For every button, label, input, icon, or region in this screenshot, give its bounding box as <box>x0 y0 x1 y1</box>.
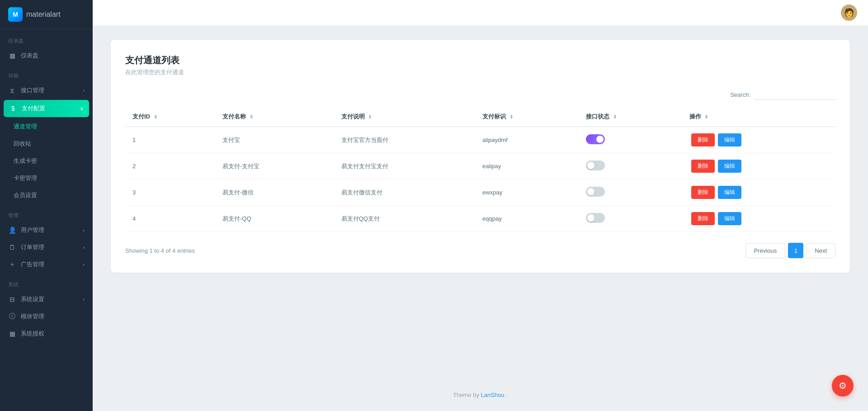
sidebar-item-label: 接口管理 <box>21 86 44 94</box>
col-status: 接口状态 ⇕ <box>579 107 682 127</box>
cell-name: 支付宝 <box>215 127 334 153</box>
edit-button[interactable]: 编辑 <box>718 133 741 146</box>
sidebar-item-sysset[interactable]: ⊟ 系统设置 › <box>0 291 93 308</box>
col-id: 支付ID ⇕ <box>125 107 215 127</box>
sidebar-item-label: 回收站 <box>14 140 31 148</box>
sort-icon: ⇕ <box>250 114 253 119</box>
sidebar-item-recycle[interactable]: 回收站 <box>0 135 93 152</box>
sidebar-item-ads[interactable]: ＋ 广告管理 › <box>0 256 93 273</box>
topbar: 🧑 <box>93 0 868 25</box>
ads-icon: ＋ <box>8 260 16 269</box>
sidebar-item-label: 生成卡密 <box>14 157 37 165</box>
page-card: 支付通道列表 在此管理您的支付通道 Search: 支付ID ⇕ 支付名称 <box>111 40 850 273</box>
cell-name: 易支付-微信 <box>215 180 334 206</box>
payment-table: 支付ID ⇕ 支付名称 ⇕ 支付说明 ⇕ 支付标识 <box>125 107 835 232</box>
sidebar-item-channel[interactable]: 通道管理 <box>0 118 93 135</box>
cell-status <box>579 153 682 180</box>
sidebar-item-orders[interactable]: 🗒 订单管理 › <box>0 239 93 256</box>
users-icon: 👤 <box>8 226 16 234</box>
delete-button[interactable]: 删除 <box>691 160 715 173</box>
next-button[interactable]: Next <box>806 243 835 258</box>
orders-icon: 🗒 <box>8 243 16 251</box>
pagination-page-1[interactable]: 1 <box>788 243 803 258</box>
chevron-right-icon: › <box>83 88 85 93</box>
sidebar-item-label: 卡密管理 <box>14 174 37 182</box>
toggle-switch[interactable] <box>586 213 605 223</box>
cell-desc: 易支付支付宝支付 <box>334 153 475 180</box>
table-header-row: 支付ID ⇕ 支付名称 ⇕ 支付说明 ⇕ 支付标识 <box>125 107 835 127</box>
sidebar-item-label: 仪表盘 <box>21 52 38 60</box>
table-row: 2 易支付-支付宝 易支付支付宝支付 ealipay 删除 编辑 <box>125 153 835 180</box>
modules-icon: ⓘ <box>8 312 16 321</box>
sidebar-item-cardmgr[interactable]: 卡密管理 <box>0 170 93 187</box>
edit-button[interactable]: 编辑 <box>718 160 741 173</box>
sidebar-item-label: 通道管理 <box>14 123 37 131</box>
sidebar-item-modules[interactable]: ⓘ 模块管理 <box>0 308 93 325</box>
page-subtitle: 在此管理您的支付通道 <box>125 68 835 76</box>
previous-button[interactable]: Previous <box>745 243 786 258</box>
sidebar-item-sysauth[interactable]: ▦ 系统授权 <box>0 325 93 342</box>
chevron-down-icon: ∨ <box>80 106 84 112</box>
sort-icon: ⇕ <box>613 114 617 119</box>
api-icon: ⧖ <box>8 86 16 94</box>
sidebar-item-label: 模块管理 <box>21 312 44 321</box>
delete-button[interactable]: 删除 <box>691 133 715 146</box>
logo: M materialart <box>0 0 93 29</box>
footer-link[interactable]: LanShou <box>481 392 505 398</box>
sysauth-icon: ▦ <box>8 330 16 338</box>
section-label-system: 系统 <box>0 273 93 291</box>
cell-tag: eqqpay <box>475 206 579 232</box>
sidebar-item-label: 订单管理 <box>21 243 44 251</box>
chevron-right-icon: › <box>83 245 85 250</box>
sort-icon: ⇕ <box>154 114 157 119</box>
sidebar-item-dashboard[interactable]: ▦ 仪表盘 <box>0 47 93 64</box>
toggle-switch[interactable] <box>586 161 605 170</box>
sidebar: M materialart 仪表盘 ▦ 仪表盘 功能 ⧖ 接口管理 › $ 支付… <box>0 0 93 411</box>
sidebar-item-member[interactable]: 会员设置 <box>0 187 93 204</box>
pagination-row: Showing 1 to 4 of 4 entries Previous 1 N… <box>125 243 835 258</box>
cell-name: 易支付-支付宝 <box>215 153 334 180</box>
search-input[interactable] <box>754 89 835 100</box>
cell-tag: ealipay <box>475 153 579 180</box>
logo-icon: M <box>8 7 23 22</box>
col-action: 操作 ⇕ <box>682 107 835 127</box>
cell-id: 1 <box>125 127 215 153</box>
cell-name: 易支付-QQ <box>215 206 334 232</box>
fab-button[interactable]: ⚙ <box>832 375 854 397</box>
cell-action: 删除 编辑 <box>682 206 835 232</box>
payment-icon: $ <box>9 104 17 113</box>
chevron-right-icon: › <box>83 262 85 267</box>
delete-button[interactable]: 删除 <box>691 212 715 225</box>
cell-desc: 易支付微信支付 <box>334 180 475 206</box>
avatar[interactable]: 🧑 <box>841 5 857 21</box>
col-desc: 支付说明 ⇕ <box>334 107 475 127</box>
cell-id: 2 <box>125 153 215 180</box>
cell-desc: 易支付QQ支付 <box>334 206 475 232</box>
sort-icon: ⇕ <box>509 114 513 119</box>
toggle-switch[interactable] <box>586 134 605 144</box>
search-row: Search: <box>125 89 835 100</box>
sidebar-item-api[interactable]: ⧖ 接口管理 › <box>0 82 93 99</box>
chevron-right-icon: › <box>83 297 85 302</box>
main-content: 🧑 支付通道列表 在此管理您的支付通道 Search: 支付ID ⇕ <box>93 0 868 411</box>
delete-button[interactable]: 删除 <box>691 186 715 199</box>
sidebar-item-label: 用户管理 <box>21 226 44 234</box>
sidebar-item-label: 广告管理 <box>21 260 44 269</box>
sort-icon: ⇕ <box>368 114 372 119</box>
sidebar-item-gencard[interactable]: 生成卡密 <box>0 152 93 170</box>
sidebar-item-payment[interactable]: $ 支付配置 ∨ <box>4 100 89 117</box>
sidebar-item-label: 系统设置 <box>21 295 44 303</box>
sysset-icon: ⊟ <box>8 295 16 303</box>
section-label-dashboard: 仪表盘 <box>0 29 93 47</box>
cell-id: 4 <box>125 206 215 232</box>
toggle-switch[interactable] <box>586 187 605 197</box>
edit-button[interactable]: 编辑 <box>718 186 741 199</box>
cell-id: 3 <box>125 180 215 206</box>
edit-button[interactable]: 编辑 <box>718 212 741 225</box>
table-row: 3 易支付-微信 易支付微信支付 ewxpay 删除 编辑 <box>125 180 835 206</box>
sidebar-item-label: 系统授权 <box>21 330 44 338</box>
footer: Theme by LanShou . <box>93 379 868 411</box>
cell-action: 删除 编辑 <box>682 153 835 180</box>
col-tag: 支付标识 ⇕ <box>475 107 579 127</box>
sidebar-item-users[interactable]: 👤 用户管理 › <box>0 222 93 239</box>
